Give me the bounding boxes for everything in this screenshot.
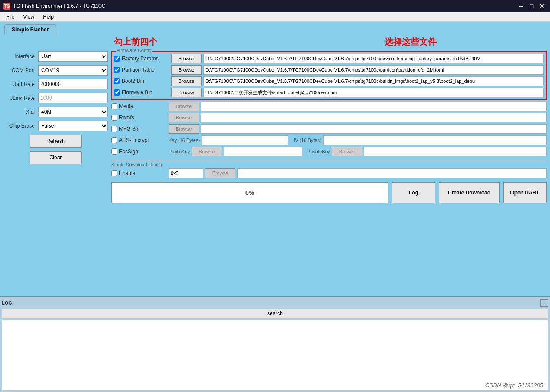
aes-key-input[interactable] bbox=[202, 135, 288, 145]
log-collapse-button[interactable]: ─ bbox=[540, 299, 548, 307]
firmware-bin-label: Firmware Bin bbox=[122, 89, 169, 96]
comport-select[interactable]: COM19 COM1 bbox=[38, 65, 108, 76]
single-enable-label: Enable bbox=[119, 170, 167, 176]
watermark: CSDN @qq_54193285 bbox=[485, 382, 543, 389]
aes-key-label: Key (16 Bytes) bbox=[169, 138, 200, 143]
jlinkrate-input[interactable] bbox=[38, 93, 108, 103]
factory-params-path[interactable] bbox=[203, 54, 544, 63]
romfs-path[interactable] bbox=[201, 113, 547, 122]
jlinkrate-row: JLink Rate bbox=[3, 93, 108, 103]
boot2-bin-path[interactable] bbox=[203, 76, 544, 86]
create-download-button[interactable]: Create Download bbox=[439, 182, 500, 203]
media-browse[interactable]: Browse bbox=[169, 102, 199, 111]
boot2-bin-checkbox[interactable] bbox=[114, 78, 120, 84]
interface-label: Interface bbox=[3, 53, 38, 59]
media-checkbox[interactable] bbox=[111, 103, 117, 109]
log-header: LOG ─ bbox=[2, 299, 548, 307]
maximize-button[interactable]: □ bbox=[527, 2, 536, 10]
interface-select[interactable]: Uart JLink bbox=[38, 51, 108, 62]
mfgbin-checkbox[interactable] bbox=[111, 126, 117, 132]
firmware-bin-row: Firmware Bin Browse bbox=[114, 88, 544, 97]
ecc-publickey-browse[interactable]: Browse bbox=[192, 147, 222, 156]
romfs-browse[interactable]: Browse bbox=[169, 113, 199, 122]
single-enable-checkbox[interactable] bbox=[111, 170, 117, 176]
factory-params-label: Factory Params bbox=[122, 56, 169, 62]
factory-params-checkbox[interactable] bbox=[114, 56, 120, 62]
boot2-bin-label: Boot2 Bin bbox=[122, 78, 169, 84]
ecc-privatekey-browse[interactable]: Browse bbox=[332, 147, 362, 156]
window-controls: ─ □ ✕ bbox=[517, 2, 547, 10]
jlinkrate-label: JLink Rate bbox=[3, 95, 38, 101]
single-download-section: Single Download Config Enable Browse bbox=[111, 160, 547, 180]
log-label: LOG bbox=[2, 300, 12, 306]
partition-table-label: Partition Table bbox=[122, 67, 169, 73]
menu-view[interactable]: View bbox=[19, 13, 39, 21]
boot2-bin-browse[interactable]: Browse bbox=[171, 76, 202, 86]
single-address-input[interactable] bbox=[169, 168, 203, 178]
annotation-bar: 勾上前四个 选择这些文件 bbox=[0, 34, 550, 49]
mfgbin-path[interactable] bbox=[201, 124, 547, 134]
uartrate-input[interactable] bbox=[38, 79, 108, 89]
factory-params-browse[interactable]: Browse bbox=[171, 54, 202, 63]
partition-table-browse[interactable]: Browse bbox=[171, 65, 202, 75]
boot2-bin-row: Boot2 Bin Browse bbox=[114, 76, 544, 86]
close-button[interactable]: ✕ bbox=[538, 2, 547, 10]
uartrate-row: Uart Rate bbox=[3, 79, 108, 89]
progress-text: 0% bbox=[245, 189, 254, 196]
single-download-label: Single Download Config bbox=[111, 162, 547, 167]
xtal-select[interactable]: 40M 26M bbox=[38, 107, 108, 117]
firmware-bin-path[interactable] bbox=[203, 88, 544, 97]
extra-rows: Media Browse Romfs Browse MFG Bi bbox=[111, 102, 547, 158]
aes-label: AES-Encrypt bbox=[119, 137, 167, 143]
mfgbin-row: MFG Bin Browse bbox=[111, 124, 547, 134]
tab-bar: Simple Flasher bbox=[0, 22, 550, 34]
minimize-button[interactable]: ─ bbox=[517, 2, 526, 10]
partition-table-row: Partition Table Browse bbox=[114, 65, 544, 75]
annotation-left: 勾上前四个 bbox=[114, 36, 157, 48]
single-download-row: Enable Browse bbox=[111, 168, 547, 178]
firmware-group-label: Firmware Config bbox=[116, 49, 152, 53]
log-button[interactable]: Log bbox=[392, 182, 435, 203]
romfs-checkbox[interactable] bbox=[111, 115, 117, 121]
aes-iv-input[interactable] bbox=[323, 135, 547, 145]
ecc-publickey-label: PublicKey bbox=[169, 149, 190, 154]
main-area: Interface Uart JLink COM Port COM19 COM1 bbox=[0, 49, 550, 296]
media-path[interactable] bbox=[201, 102, 547, 111]
firmware-bin-checkbox[interactable] bbox=[114, 89, 120, 96]
media-label: Media bbox=[119, 103, 167, 109]
single-path-input[interactable] bbox=[237, 168, 547, 178]
menu-bar: File View Help bbox=[0, 12, 550, 22]
title-bar-left: TG TG Flash Environment 1.6.7 - TG7100C bbox=[3, 3, 106, 10]
firmware-config-group: Firmware Config Factory Params Browse Pa… bbox=[111, 51, 547, 100]
log-section: LOG ─ search bbox=[0, 296, 550, 392]
refresh-button[interactable]: Refresh bbox=[30, 135, 82, 148]
firmware-bin-browse[interactable]: Browse bbox=[171, 88, 202, 97]
menu-file[interactable]: File bbox=[2, 13, 19, 21]
menu-help[interactable]: Help bbox=[39, 13, 58, 21]
app-content: Simple Flasher 勾上前四个 选择这些文件 Interface Ua… bbox=[0, 22, 550, 392]
ecc-checkbox[interactable] bbox=[111, 148, 117, 155]
mfgbin-browse[interactable]: Browse bbox=[169, 124, 199, 134]
clear-button[interactable]: Clear bbox=[30, 151, 82, 164]
chiperase-row: Chip Erase False True bbox=[3, 121, 108, 131]
partition-table-checkbox[interactable] bbox=[114, 67, 120, 73]
app-icon: TG bbox=[3, 3, 10, 10]
aes-checkbox[interactable] bbox=[111, 137, 117, 143]
ecc-privatekey-input[interactable] bbox=[364, 147, 547, 156]
media-row: Media Browse bbox=[111, 102, 547, 111]
xtal-row: Xtal 40M 26M bbox=[3, 107, 108, 117]
interface-row: Interface Uart JLink bbox=[3, 51, 108, 62]
romfs-row: Romfs Browse bbox=[111, 113, 547, 122]
comport-row: COM Port COM19 COM1 bbox=[3, 65, 108, 76]
chiperase-select[interactable]: False True bbox=[38, 121, 108, 131]
window-title: TG Flash Environment 1.6.7 - TG7100C bbox=[13, 3, 106, 9]
partition-table-path[interactable] bbox=[203, 65, 544, 75]
tab-simple-flasher[interactable]: Simple Flasher bbox=[4, 24, 56, 34]
open-uart-button[interactable]: Open UART bbox=[503, 182, 547, 203]
single-browse[interactable]: Browse bbox=[205, 168, 235, 178]
uartrate-label: Uart Rate bbox=[3, 81, 38, 87]
search-button[interactable]: search bbox=[2, 309, 548, 318]
ecc-publickey-input[interactable] bbox=[224, 147, 302, 156]
left-panel: Interface Uart JLink COM Port COM19 COM1 bbox=[3, 51, 108, 295]
log-area[interactable] bbox=[2, 320, 548, 390]
